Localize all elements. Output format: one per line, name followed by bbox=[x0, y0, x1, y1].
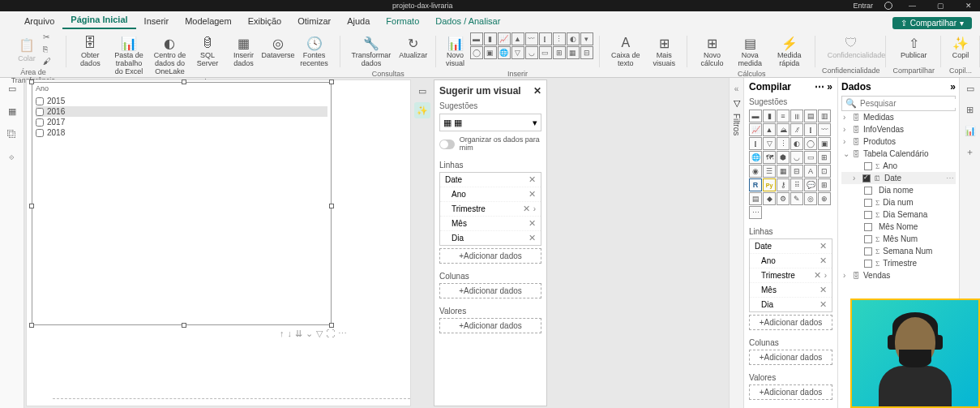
tab-pagina-inicial[interactable]: Página Inicial bbox=[62, 11, 135, 29]
more-icon[interactable]: ⋯ bbox=[946, 174, 954, 183]
field-ano[interactable]: Ano✕ bbox=[440, 187, 541, 202]
remove-icon[interactable]: ✕ bbox=[814, 270, 821, 280]
tab-otimizar[interactable]: Otimizar bbox=[289, 13, 339, 29]
checkbox[interactable] bbox=[36, 118, 44, 127]
analytics-rail-button[interactable]: 📊 bbox=[963, 123, 978, 138]
field-date[interactable]: Date✕ bbox=[750, 239, 832, 254]
add-values-button[interactable]: +Adicionar dados bbox=[439, 318, 541, 333]
field-dia[interactable]: Dia✕ bbox=[440, 231, 541, 245]
remove-icon[interactable]: ✕ bbox=[529, 174, 536, 185]
viz-clustered-bar-icon[interactable]: ≡ bbox=[777, 110, 790, 122]
col-ano[interactable]: ΣAno bbox=[841, 160, 956, 172]
viz-treemap-icon[interactable]: ▣ bbox=[818, 137, 831, 150]
remove-icon[interactable]: ✕ bbox=[820, 285, 827, 295]
viz-gauge-icon[interactable]: ◡ bbox=[525, 46, 538, 59]
tab-formato[interactable]: Formato bbox=[378, 13, 427, 29]
viz-card-icon[interactable]: ▭ bbox=[539, 46, 552, 59]
viz-ribbon-icon[interactable]: 〰 bbox=[818, 123, 831, 136]
add-rows-button[interactable]: +Adicionar dados bbox=[439, 248, 541, 264]
viz-card-icon[interactable]: ▭ bbox=[804, 151, 817, 164]
visual-picker-grid[interactable]: ▬▮📈▲〰⫿⋮◐▾ ◯▣🌐▽◡▭⊞▦⊟ bbox=[470, 32, 593, 59]
compile-add-cols[interactable]: +Adicionar dados bbox=[749, 350, 832, 365]
new-visual-button[interactable]: 📊Novo visual bbox=[443, 32, 469, 70]
viz-line-icon[interactable]: 📈 bbox=[749, 123, 762, 136]
viz-100bar-icon[interactable]: ▤ bbox=[804, 110, 817, 122]
minimize-button[interactable]: — bbox=[904, 2, 921, 10]
field-dia[interactable]: Dia✕ bbox=[750, 298, 832, 311]
excel-button[interactable]: 📊Pasta de trabalho do Excel bbox=[109, 32, 149, 78]
sql-server-button[interactable]: 🛢SQL Server bbox=[191, 32, 225, 70]
copilot-button[interactable]: ✨Copil bbox=[948, 32, 974, 62]
col-dianum[interactable]: ΣDia num bbox=[841, 196, 956, 208]
publish-button[interactable]: ⇧Publicar bbox=[897, 32, 931, 62]
resize-handle[interactable] bbox=[182, 79, 186, 84]
viz-line-icon[interactable]: 📈 bbox=[498, 32, 511, 45]
viz-narrative-icon[interactable]: ✎ bbox=[790, 192, 803, 205]
checkbox[interactable] bbox=[36, 108, 44, 116]
model-view-button[interactable]: ⿻ bbox=[5, 127, 19, 141]
col-mesnum[interactable]: ΣMês Num bbox=[841, 233, 956, 245]
checkbox[interactable] bbox=[36, 97, 44, 105]
resize-handle[interactable] bbox=[29, 79, 34, 84]
viz-custom-icon[interactable]: ⊕ bbox=[818, 192, 831, 205]
expand-icon[interactable]: ⇊ bbox=[295, 329, 302, 339]
compile-rows-well[interactable]: Date✕ Ano✕ Trimestre✕› Mês✕ Dia✕ bbox=[749, 238, 832, 312]
user-avatar-icon[interactable] bbox=[884, 2, 892, 10]
field-date[interactable]: Date✕ bbox=[440, 173, 541, 187]
resize-handle[interactable] bbox=[329, 79, 334, 84]
remove-icon[interactable]: ✕ bbox=[529, 218, 536, 229]
viz-r-icon[interactable]: R bbox=[749, 178, 762, 191]
viz-matrix-icon[interactable]: ⊟ bbox=[580, 46, 593, 59]
add-rail-button[interactable]: ＋ bbox=[963, 144, 978, 159]
list-item[interactable]: 2016 bbox=[36, 106, 327, 117]
remove-icon[interactable]: ✕ bbox=[529, 233, 536, 243]
more-icon[interactable]: ⋯ bbox=[815, 81, 824, 92]
viz-map-icon[interactable]: 🌐 bbox=[498, 46, 511, 59]
viz-automate-icon[interactable]: ⚙ bbox=[777, 192, 790, 205]
chevron-right-icon[interactable]: › bbox=[533, 204, 536, 213]
format-painter-icon[interactable]: 🖌 bbox=[43, 57, 54, 68]
viz-qa-icon[interactable]: 💬 bbox=[804, 178, 817, 191]
remove-icon[interactable]: ✕ bbox=[820, 241, 827, 251]
close-window-button[interactable]: ✕ bbox=[961, 2, 977, 10]
remove-icon[interactable]: ✕ bbox=[523, 204, 530, 213]
remove-icon[interactable]: ✕ bbox=[820, 256, 827, 266]
viz-funnel-icon[interactable]: ▽ bbox=[763, 137, 776, 150]
filter-icon[interactable]: ▽ bbox=[316, 329, 323, 339]
viz-matrix-icon[interactable]: ⊟ bbox=[790, 165, 803, 178]
viz-stacked-col-icon[interactable]: ▮ bbox=[763, 110, 776, 122]
viz-waterfall-icon[interactable]: ⫿ bbox=[539, 32, 552, 45]
field-trimestre[interactable]: Trimestre✕› bbox=[440, 202, 541, 217]
viz-area-icon[interactable]: ▲ bbox=[511, 32, 524, 45]
suggestion-dropdown[interactable]: ▦ ▦ ▾ bbox=[439, 114, 541, 131]
viz-ribbon-icon[interactable]: 〰 bbox=[525, 32, 538, 45]
viz-paginated-icon[interactable]: ▤ bbox=[749, 192, 762, 205]
viz-col-icon[interactable]: ▮ bbox=[484, 32, 497, 45]
onelake-button[interactable]: ◐Centro de dados do OneLake bbox=[150, 32, 190, 78]
collapse-icon[interactable]: » bbox=[827, 81, 832, 92]
table-medidas[interactable]: ›🗄Medidas bbox=[841, 111, 956, 123]
viz-decomposition-icon[interactable]: ⠿ bbox=[790, 178, 803, 191]
viz-gauge-icon[interactable]: ◡ bbox=[790, 151, 803, 164]
viz-new-card-icon[interactable]: ⊡ bbox=[818, 165, 831, 178]
checkbox[interactable] bbox=[36, 129, 44, 137]
table-vendas[interactable]: ›🗄Vendas bbox=[841, 269, 956, 281]
viz-scatter-icon[interactable]: ⋮ bbox=[553, 32, 566, 45]
rows-well[interactable]: Date✕ Ano✕ Trimestre✕› Mês✕ Dia✕ bbox=[439, 172, 541, 246]
cut-icon[interactable]: ✂ bbox=[43, 32, 54, 44]
format-rail-button[interactable]: ⊞ bbox=[963, 102, 978, 117]
refresh-button[interactable]: ↻Atualizar bbox=[397, 32, 430, 62]
user-label[interactable]: Entrar bbox=[853, 2, 873, 10]
col-semananum[interactable]: ΣSemana Num bbox=[841, 245, 956, 257]
viz-map-icon[interactable]: 🌐 bbox=[749, 151, 762, 164]
more-icon[interactable]: ⋯ bbox=[338, 329, 347, 339]
transform-data-button[interactable]: 🔧Transformar dados bbox=[347, 32, 396, 70]
share-button[interactable]: ⇪ Compartilhar ▾ bbox=[892, 17, 972, 29]
hierarchy-icon[interactable]: ⌄ bbox=[306, 329, 313, 339]
viz-kpi-icon[interactable]: ◉ bbox=[749, 165, 762, 178]
tab-modelagem[interactable]: Modelagem bbox=[177, 13, 239, 29]
get-data-button[interactable]: 🗄Obter dados bbox=[73, 32, 108, 70]
tab-exibicao[interactable]: Exibição bbox=[240, 13, 290, 29]
viz-azure-map-icon[interactable]: A bbox=[804, 165, 817, 178]
field-ano[interactable]: Ano✕ bbox=[750, 254, 832, 268]
